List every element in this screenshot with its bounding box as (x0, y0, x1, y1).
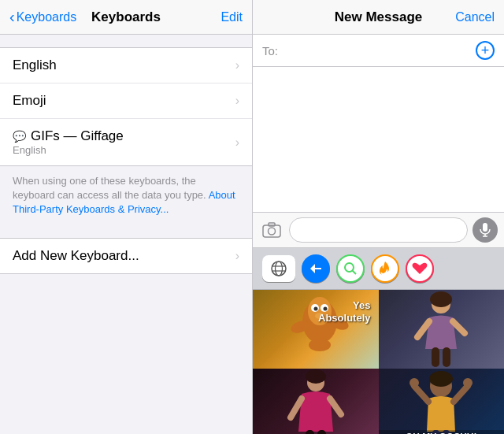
globe-keyboard-button[interactable] (262, 255, 295, 282)
keyboards-list: English › Emoji › 💬 GIFs — Giffage Engli… (0, 47, 252, 166)
svg-line-39 (454, 386, 468, 402)
message-title: New Message (335, 9, 423, 25)
keyboards-panel: ‹ Keyboards Keyboards Edit English › Emo… (0, 0, 252, 434)
privacy-notice: When using one of these keyboards, the k… (0, 166, 252, 225)
svg-rect-11 (313, 268, 321, 269)
gif-grid: YesAbsolutely (253, 290, 504, 435)
gif-text-oh-my-gosh: OH MY GOSHU! (379, 430, 505, 435)
svg-rect-29 (443, 347, 450, 367)
to-field: To: + (253, 35, 504, 67)
back-button[interactable]: ‹ Keyboards (9, 8, 76, 26)
svg-line-13 (353, 270, 357, 274)
svg-point-6 (272, 262, 286, 276)
message-body (253, 67, 504, 212)
gifs-icon: 💬 (13, 130, 26, 143)
cancel-button[interactable]: Cancel (455, 10, 495, 24)
svg-rect-3 (483, 223, 487, 232)
add-contact-button[interactable]: + (476, 41, 495, 60)
svg-point-23 (309, 339, 331, 351)
svg-rect-28 (432, 347, 439, 367)
to-input[interactable] (283, 44, 476, 57)
chevron-icon: › (235, 249, 239, 263)
gif-item-1[interactable]: YesAbsolutely (253, 290, 379, 369)
message-input[interactable] (289, 217, 468, 243)
english-label: English (13, 57, 57, 73)
gif-item-4[interactable]: OH MY GOSHU! (379, 369, 505, 435)
back-keyboard-button[interactable] (302, 254, 330, 283)
svg-line-33 (330, 399, 341, 414)
gif-item-2[interactable] (379, 290, 505, 369)
gif-text-yes-absolutely: YesAbsolutely (318, 299, 370, 326)
gifs-subtitle: English (13, 144, 124, 156)
svg-line-38 (414, 386, 428, 402)
svg-line-27 (453, 321, 465, 333)
svg-point-12 (345, 263, 354, 272)
keyboard-toolbar (253, 248, 504, 290)
camera-button[interactable] (259, 217, 284, 243)
trending-keyboard-button[interactable] (371, 254, 399, 283)
list-item-emoji[interactable]: Emoji › (0, 83, 252, 119)
mic-button[interactable] (472, 217, 498, 243)
privacy-text: When using one of these keyboards, the k… (13, 175, 206, 201)
to-label: To: (262, 44, 278, 57)
add-keyboard-label: Add New Keyboard... (13, 248, 139, 264)
gif-item-3[interactable] (253, 369, 379, 435)
chevron-icon: › (235, 94, 239, 108)
add-keyboard-button[interactable]: Add New Keyboard... › (0, 239, 252, 273)
svg-point-25 (430, 291, 452, 307)
svg-point-37 (429, 371, 453, 387)
input-bar (253, 212, 504, 248)
list-item-gifs[interactable]: 💬 GIFs — Giffage English › (0, 119, 252, 165)
gifs-label: GIFs — Giffage (31, 128, 124, 144)
back-label: Keyboards (17, 10, 77, 24)
edit-button[interactable]: Edit (220, 10, 243, 24)
gifs-content: 💬 GIFs — Giffage English (13, 128, 124, 156)
new-message-panel: New Message Cancel To: + (252, 0, 504, 434)
search-keyboard-button[interactable] (336, 254, 365, 283)
keyboards-nav-bar: ‹ Keyboards Keyboards Edit (0, 0, 252, 35)
keyboards-title: Keyboards (91, 9, 161, 25)
svg-point-40 (410, 378, 419, 388)
svg-point-1 (269, 228, 276, 235)
message-nav-bar: New Message Cancel (253, 0, 504, 35)
favorites-keyboard-button[interactable] (406, 254, 434, 283)
svg-point-31 (306, 369, 326, 384)
list-item-english[interactable]: English › (0, 48, 252, 83)
chevron-icon: › (235, 58, 239, 72)
svg-rect-2 (269, 223, 275, 226)
svg-point-7 (276, 262, 283, 276)
back-arrow-icon: ‹ (9, 8, 15, 26)
chevron-icon: › (235, 135, 239, 150)
emoji-label: Emoji (13, 93, 46, 109)
add-keyboard-section: Add New Keyboard... › (0, 238, 252, 274)
svg-point-18 (313, 306, 317, 310)
svg-point-41 (463, 378, 472, 388)
